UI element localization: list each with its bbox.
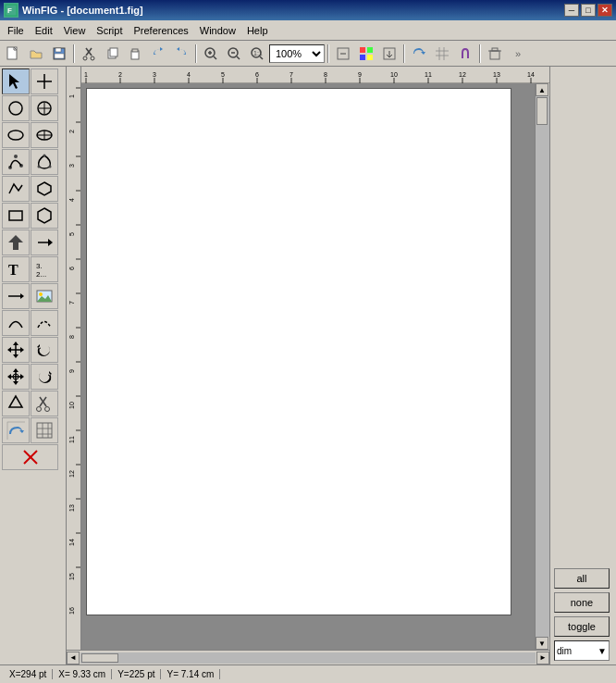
- tb-sep5: [479, 44, 481, 63]
- svg-text:Update: Update: [8, 439, 25, 440]
- tb-new[interactable]: [2, 43, 24, 64]
- svg-text:7: 7: [290, 71, 293, 78]
- svg-text:5: 5: [68, 232, 75, 236]
- all-button[interactable]: all: [554, 568, 610, 589]
- zoom-selector[interactable]: 100% 50% 75% 150% 200%: [269, 44, 325, 63]
- menu-help[interactable]: Help: [241, 23, 274, 38]
- scroll-thumb-v[interactable]: [536, 97, 548, 125]
- tool-select[interactable]: [2, 68, 30, 94]
- tool-polyarrow[interactable]: [31, 230, 58, 255]
- tb-colors[interactable]: [355, 43, 377, 64]
- tb-copy[interactable]: [101, 43, 123, 64]
- svg-marker-75: [7, 347, 11, 353]
- tool-ellipse[interactable]: [2, 122, 30, 148]
- scroll-left-button[interactable]: ◄: [67, 652, 80, 664]
- svg-text:T: T: [8, 262, 18, 278]
- menu-file[interactable]: File: [2, 23, 30, 38]
- svg-rect-7: [55, 54, 64, 58]
- close-button[interactable]: ✕: [598, 4, 612, 17]
- tool-rotate-ccw[interactable]: [31, 337, 58, 363]
- tb-save[interactable]: [48, 43, 70, 64]
- tool-polygon[interactable]: [31, 176, 58, 202]
- svg-rect-13: [110, 48, 117, 56]
- svg-text:11: 11: [68, 436, 75, 443]
- menu-bar: File Edit View Script Preferences Window…: [0, 20, 616, 41]
- svg-text:10: 10: [68, 402, 75, 409]
- svg-point-87: [37, 407, 42, 412]
- tool-update[interactable]: Update: [2, 417, 30, 443]
- minimize-button[interactable]: ─: [564, 4, 579, 17]
- tool-line-arrow[interactable]: [2, 283, 30, 309]
- tool-arc2[interactable]: [31, 310, 58, 336]
- tool-align[interactable]: [2, 391, 30, 416]
- tool-text[interactable]: T: [2, 256, 30, 282]
- tool-polyline[interactable]: [2, 176, 30, 202]
- menu-preferences[interactable]: Preferences: [128, 23, 193, 38]
- scroll-track-h[interactable]: [80, 652, 536, 664]
- tb-import[interactable]: [378, 43, 400, 64]
- svg-rect-30: [360, 55, 365, 60]
- tb-zoom-fit[interactable]: 1:1: [246, 43, 268, 64]
- tool-arrow[interactable]: [2, 230, 30, 255]
- tb-refresh[interactable]: [408, 43, 430, 64]
- canvas-white-area[interactable]: [86, 88, 511, 615]
- svg-marker-67: [20, 293, 24, 299]
- tool-move[interactable]: [2, 337, 30, 363]
- tool-circle-center[interactable]: [31, 95, 58, 121]
- tb-sep2: [195, 44, 197, 63]
- menu-window[interactable]: Window: [194, 23, 241, 38]
- menu-edit[interactable]: Edit: [30, 23, 58, 38]
- drawing-canvas[interactable]: [81, 83, 535, 650]
- svg-text:4: 4: [187, 71, 191, 78]
- dim-select[interactable]: dim ▼: [554, 640, 610, 661]
- tool-delete[interactable]: [2, 444, 58, 470]
- tool-spline-open[interactable]: [2, 149, 30, 175]
- tb-open[interactable]: [25, 43, 47, 64]
- tool-move-all[interactable]: [2, 364, 30, 390]
- tool-dimension[interactable]: 3.2...: [31, 256, 58, 282]
- tb-magnet[interactable]: [454, 43, 476, 64]
- tb-export[interactable]: [332, 43, 354, 64]
- tool-grid-edit[interactable]: [31, 417, 58, 443]
- svg-text:7: 7: [68, 301, 75, 304]
- tool-rectangle[interactable]: [2, 203, 30, 229]
- tb-paste[interactable]: [124, 43, 146, 64]
- dim-dropdown-icon[interactable]: ▼: [598, 646, 607, 656]
- tool-ellipse-center[interactable]: [31, 122, 58, 148]
- scroll-track-v[interactable]: [536, 96, 549, 637]
- tb-redo[interactable]: [170, 43, 192, 64]
- tool-circle[interactable]: [2, 95, 30, 121]
- svg-text:1: 1: [68, 94, 75, 98]
- menu-view[interactable]: View: [58, 23, 92, 38]
- scroll-right-button[interactable]: ►: [536, 652, 549, 664]
- tb-zoom-in[interactable]: [200, 43, 222, 64]
- none-button[interactable]: none: [554, 592, 610, 613]
- svg-rect-28: [360, 47, 365, 53]
- left-toolbar: T 3.2...: [0, 67, 67, 664]
- svg-text:2: 2: [118, 71, 122, 78]
- svg-marker-59: [38, 208, 51, 223]
- tb-undo[interactable]: [147, 43, 169, 64]
- tool-cut[interactable]: [31, 391, 58, 416]
- tool-spline-closed[interactable]: [31, 149, 58, 175]
- tb-cut[interactable]: [78, 43, 100, 64]
- tool-rotate-cw[interactable]: [31, 364, 58, 390]
- tool-hexagon[interactable]: [31, 203, 58, 229]
- tool-point[interactable]: [31, 68, 58, 94]
- tool-import-image[interactable]: [31, 283, 58, 309]
- tb-more[interactable]: »: [507, 43, 529, 64]
- maximize-button[interactable]: □: [581, 4, 596, 17]
- tb-grid[interactable]: [431, 43, 453, 64]
- tb-zoom-out[interactable]: [223, 43, 245, 64]
- svg-text:11: 11: [425, 71, 432, 78]
- scroll-down-button[interactable]: ▼: [536, 637, 548, 650]
- menu-script[interactable]: Script: [91, 23, 128, 38]
- tb-del[interactable]: [484, 43, 506, 64]
- scroll-thumb-h[interactable]: [81, 653, 118, 663]
- tool-arc[interactable]: [2, 310, 30, 336]
- main-area: T 3.2...: [0, 67, 616, 664]
- toggle-button[interactable]: toggle: [554, 616, 610, 637]
- svg-marker-73: [13, 342, 18, 345]
- scroll-up-button[interactable]: ▲: [536, 83, 548, 96]
- svg-point-53: [14, 155, 18, 158]
